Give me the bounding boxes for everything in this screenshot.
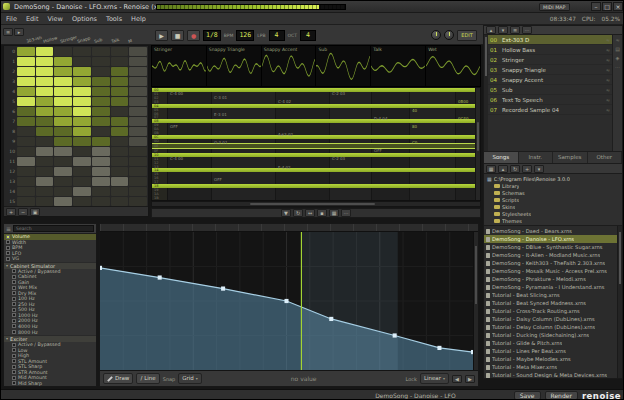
instrument-item[interactable]: 01Hollow Bass≈ — [488, 45, 612, 55]
param-checkbox[interactable] — [12, 291, 16, 295]
param-checkbox[interactable] — [12, 376, 16, 380]
matrix-cell[interactable] — [92, 177, 110, 186]
pattern-hscroll-thumb[interactable] — [250, 203, 375, 205]
track-scope[interactable]: Wet — [426, 46, 480, 86]
snap-grid-select[interactable]: Grid ▾ — [178, 373, 202, 384]
instrument-item[interactable]: 04Snappy Accent≈ — [488, 75, 612, 85]
track-scope[interactable]: Snappy Accent — [262, 46, 316, 86]
disk-tab-other[interactable]: Other — [588, 152, 623, 163]
automation-vscrollbar[interactable] — [473, 232, 478, 370]
matrix-cell[interactable] — [54, 137, 72, 146]
matrix-cell[interactable] — [129, 147, 147, 156]
file-item[interactable]: Tutorial - Maybe Melodies.xrns — [484, 355, 617, 363]
matrix-cell[interactable] — [73, 97, 91, 106]
automation-vscroll-thumb[interactable] — [475, 246, 477, 304]
matrix-cell[interactable] — [17, 157, 35, 166]
matrix-cell[interactable] — [129, 197, 147, 206]
expand-icon[interactable]: ↔ — [305, 209, 315, 217]
param-checkbox[interactable] — [6, 240, 10, 244]
param-checkbox[interactable] — [12, 313, 16, 317]
matrix-cell[interactable] — [73, 107, 91, 116]
file-item[interactable]: DemoSong - DBlue - Synthastic Sugar.xrns — [484, 243, 617, 251]
param-checkbox[interactable] — [12, 324, 16, 328]
matrix-cell[interactable] — [54, 177, 72, 186]
edit-mode-button[interactable]: EDIT — [457, 30, 477, 41]
disk-tab-songs[interactable]: Songs — [484, 152, 519, 163]
matrix-cell[interactable] — [92, 147, 110, 156]
save-button[interactable]: Save — [514, 391, 541, 400]
matrix-cell[interactable] — [129, 67, 147, 76]
delete-pattern-button[interactable]: − — [18, 208, 28, 216]
device-icon[interactable]: ▦ — [486, 165, 496, 173]
matrix-cell[interactable] — [92, 77, 110, 86]
matrix-cell[interactable] — [129, 117, 147, 126]
matrix-cell[interactable] — [17, 147, 35, 156]
tree-folder-library[interactable]: Library — [484, 182, 622, 189]
matrix-cell[interactable] — [17, 137, 35, 146]
file-item[interactable]: Tutorial - Ducking (Sidechaining).xrns — [484, 331, 617, 339]
file-item[interactable]: DemoSong - Daed - Bears.xrns — [484, 227, 617, 235]
param-checkbox[interactable] — [12, 365, 16, 369]
menu-view[interactable]: View — [47, 15, 62, 23]
matrix-cell[interactable] — [17, 177, 35, 186]
matrix-cell[interactable] — [73, 87, 91, 96]
automation-canvas[interactable] — [100, 232, 473, 370]
matrix-cell[interactable] — [92, 47, 110, 56]
matrix-cell[interactable] — [73, 47, 91, 56]
track-scope[interactable]: Sub — [316, 46, 370, 86]
matrix-cell[interactable] — [73, 57, 91, 66]
pattern-vscroll-thumb[interactable] — [477, 122, 479, 151]
playmode-select[interactable]: Linear ▾ — [420, 373, 449, 384]
sample-tab-icon[interactable]: ≈ — [615, 37, 619, 43]
matrix-cell[interactable] — [36, 77, 54, 86]
matrix-cell[interactable] — [36, 127, 54, 136]
file-item[interactable]: Tutorial - Meta Mixer.xrns — [484, 363, 617, 371]
scroll-right-button[interactable]: ▶ — [465, 375, 475, 383]
render-button[interactable]: Render — [545, 391, 578, 400]
matrix-cell[interactable] — [111, 187, 129, 196]
instrument-item[interactable]: 06Text To Speech≈ — [488, 95, 612, 105]
file-item[interactable]: DemoSong - Pyramania - I Understand.xrns — [484, 283, 617, 291]
matrix-cell[interactable] — [17, 187, 35, 196]
matrix-cell[interactable] — [17, 197, 35, 206]
loop-block-icon[interactable]: ↻ — [293, 209, 303, 217]
matrix-cell[interactable] — [73, 77, 91, 86]
matrix-cell[interactable] — [92, 57, 110, 66]
instrument-scroll-thumb[interactable] — [485, 37, 487, 76]
instrument-item[interactable]: 00Ext-303 D≈ — [488, 35, 612, 45]
record-button[interactable]: ● — [187, 30, 200, 41]
matrix-cell[interactable] — [17, 47, 35, 56]
menu-icon[interactable]: ≡ — [6, 225, 11, 232]
param-checkbox[interactable] — [6, 257, 10, 261]
matrix-cell[interactable] — [129, 157, 147, 166]
file-item[interactable]: DemoSong - Mosaik Music - Access Prel.xr… — [484, 267, 617, 275]
param-checkbox[interactable] — [12, 269, 16, 273]
matrix-cell[interactable] — [54, 77, 72, 86]
menu-help[interactable]: Help — [131, 15, 146, 23]
matrix-cell[interactable] — [73, 117, 91, 126]
param-search-input[interactable] — [13, 225, 94, 232]
matrix-cell[interactable] — [17, 77, 35, 86]
matrix-cell[interactable] — [36, 47, 54, 56]
track-scope[interactable]: Stringer — [152, 46, 206, 86]
tree-folder-skins[interactable]: Skins — [484, 203, 622, 210]
matrix-cell[interactable] — [92, 127, 110, 136]
matrix-cell[interactable] — [129, 177, 147, 186]
matrix-cell[interactable] — [129, 97, 147, 106]
matrix-cell[interactable] — [17, 97, 35, 106]
matrix-cell[interactable] — [111, 167, 129, 176]
automation-param[interactable]: Mid Sharp — [4, 380, 96, 386]
matrix-cell[interactable] — [54, 67, 72, 76]
matrix-cell[interactable] — [129, 77, 147, 86]
matrix-cell[interactable] — [73, 187, 91, 196]
matrix-cell[interactable] — [129, 57, 147, 66]
matrix-collapse-icon[interactable]: ▸ — [14, 28, 24, 36]
track-scope[interactable]: Snappy Triangle — [207, 46, 261, 86]
param-checkbox[interactable] — [12, 354, 16, 358]
matrix-cell[interactable] — [36, 117, 54, 126]
matrix-cell[interactable] — [111, 117, 129, 126]
parent-folder-icon[interactable]: ▴ — [498, 165, 508, 173]
tree-folder-themes[interactable]: Themes — [484, 217, 622, 224]
matrix-cell[interactable] — [73, 137, 91, 146]
matrix-cell[interactable] — [36, 157, 54, 166]
